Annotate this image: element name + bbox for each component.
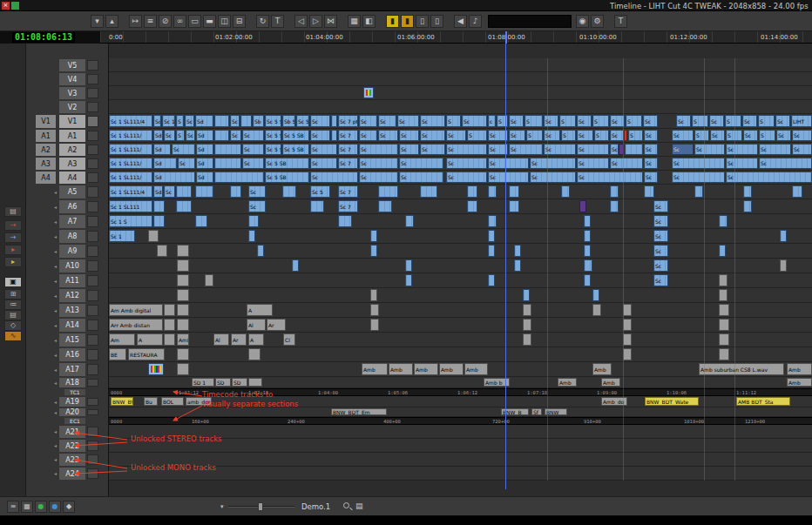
clip[interactable] <box>623 333 632 346</box>
clip[interactable] <box>610 200 619 212</box>
clip[interactable] <box>719 333 729 346</box>
clip[interactable]: Sc <box>653 215 668 227</box>
clip[interactable]: Sc 1 SL111 <box>109 200 152 212</box>
clip[interactable]: Sc <box>310 130 330 141</box>
speaker-icon-A16[interactable] <box>87 349 98 360</box>
clip[interactable]: Amb <box>601 378 620 387</box>
source-track-button-A1[interactable]: A1 <box>36 130 56 142</box>
record-track-button-V5[interactable]: V5 <box>59 59 85 71</box>
monitor-icon-V5[interactable] <box>87 60 98 71</box>
clip[interactable]: Sc <box>643 115 658 127</box>
clip[interactable] <box>523 319 531 331</box>
clip[interactable] <box>240 115 252 127</box>
clip[interactable] <box>378 185 398 198</box>
clip[interactable] <box>780 259 787 272</box>
refresh-button[interactable]: ↻ <box>256 15 269 28</box>
clip[interactable]: Sc <box>399 130 419 141</box>
clip[interactable]: A <box>137 333 163 346</box>
clip[interactable]: Sc <box>399 144 419 155</box>
clip[interactable]: A <box>247 304 273 316</box>
clip[interactable]: Sc <box>359 144 398 155</box>
clip[interactable] <box>624 130 627 141</box>
speaker-icon-A1[interactable] <box>87 131 98 141</box>
clip[interactable]: Sc <box>653 230 668 242</box>
timeline-video-quality-menu[interactable]: ▾ <box>91 15 104 28</box>
clip[interactable] <box>623 304 632 316</box>
monitor-icon-V2[interactable] <box>87 102 98 112</box>
clip[interactable]: Sc <box>672 172 725 183</box>
clip[interactable]: Amb suburban CS8 L.wav <box>699 363 784 375</box>
clip[interactable]: Sd <box>153 115 161 127</box>
clip[interactable]: Sf <box>531 408 542 415</box>
clip[interactable]: Amb <box>787 378 812 387</box>
segment-insert-icon[interactable]: → <box>4 232 22 243</box>
clip[interactable]: S <box>446 115 461 127</box>
gear-icon-button[interactable]: ⚙ <box>591 15 604 28</box>
clip[interactable]: Sc <box>242 158 264 169</box>
record-track-button-A18[interactable]: A18 <box>59 378 85 387</box>
split-view-button[interactable]: ◧ <box>362 15 376 28</box>
clip[interactable]: Sc <box>446 172 487 183</box>
clip[interactable]: Sc <box>242 144 264 155</box>
clip[interactable]: Sb <box>253 115 264 127</box>
clip[interactable] <box>310 200 324 212</box>
audio-meter-button[interactable]: ◆ <box>63 501 75 513</box>
clip[interactable] <box>195 185 213 198</box>
clip[interactable] <box>719 304 729 316</box>
clip[interactable]: Sc <box>743 130 758 141</box>
clip[interactable]: A <box>248 333 264 346</box>
record-track-button-A12[interactable]: A12 <box>59 289 85 302</box>
clip[interactable]: Sd <box>196 144 213 155</box>
clip[interactable]: Sc <box>676 115 691 127</box>
clip[interactable]: Sc <box>694 144 725 155</box>
clip[interactable] <box>370 304 379 316</box>
clip[interactable] <box>177 319 189 331</box>
clip[interactable] <box>792 185 802 198</box>
clip[interactable] <box>378 200 392 212</box>
clip[interactable] <box>694 185 703 198</box>
segment-overwrite-icon[interactable]: → <box>4 220 22 231</box>
clip[interactable]: Sc <box>577 115 592 127</box>
track-view-icon[interactable]: ▤ <box>355 501 363 510</box>
clip[interactable]: Sc <box>310 158 337 169</box>
clip[interactable] <box>488 215 497 227</box>
clip[interactable] <box>743 200 752 212</box>
clip[interactable]: S <box>628 130 643 141</box>
clip[interactable]: S <box>692 115 708 127</box>
clip[interactable] <box>523 289 530 301</box>
record-track-button-A16[interactable]: A16 <box>59 348 85 361</box>
clip[interactable] <box>148 363 164 375</box>
record-track-button-A20[interactable]: A20 <box>59 408 85 416</box>
close-icon[interactable]: × <box>2 2 10 10</box>
clip[interactable] <box>509 200 519 212</box>
clip[interactable]: Sc <box>420 115 445 127</box>
clip[interactable]: Sc <box>248 200 266 212</box>
record-track-button-A1[interactable]: A1 <box>59 130 85 142</box>
clip[interactable] <box>584 274 591 286</box>
clip[interactable]: Sc <box>672 158 725 169</box>
clip[interactable]: Sd <box>153 130 163 141</box>
record-track-button-EC1[interactable]: EC1 <box>64 418 85 424</box>
record-track-button-A17[interactable]: A17 <box>59 363 85 376</box>
clip[interactable] <box>584 230 591 242</box>
clip[interactable]: Sc <box>530 172 576 183</box>
speaker-icon-A12[interactable] <box>87 290 98 301</box>
clip[interactable]: Amb <box>389 363 413 375</box>
grid-view-button[interactable]: ▦ <box>21 501 33 513</box>
clip[interactable] <box>164 319 175 331</box>
clip[interactable]: Sc <box>164 185 175 198</box>
speaker-icon-A13[interactable] <box>87 305 98 316</box>
clip[interactable] <box>177 245 189 257</box>
clip[interactable] <box>719 319 729 331</box>
mute-button[interactable]: ◀ <box>454 15 467 28</box>
clip[interactable] <box>584 215 591 227</box>
clip[interactable]: Sc 5 SB <box>282 144 309 155</box>
clip[interactable] <box>248 215 259 227</box>
clip[interactable]: Sc 5 SB <box>265 158 309 169</box>
clip[interactable]: Sc <box>462 115 487 127</box>
clip[interactable]: Sc 1 SL111/4 <box>109 115 152 127</box>
record-track-button-A11[interactable]: A11 <box>59 274 85 287</box>
record-track-button-A14[interactable]: A14 <box>59 319 85 332</box>
clip[interactable]: Sc 5 S <box>265 115 281 127</box>
clip[interactable]: Sc <box>359 130 377 141</box>
